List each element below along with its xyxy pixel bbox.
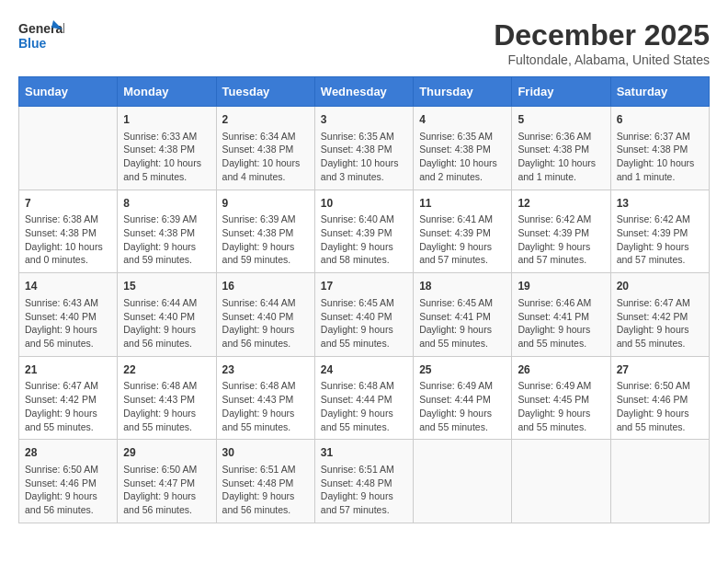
cell-text: Sunset: 4:38 PM <box>123 226 210 240</box>
day-number: 28 <box>25 445 111 461</box>
cell-text: Sunrise: 6:47 AM <box>25 379 111 393</box>
cell-text: Sunset: 4:43 PM <box>222 393 309 407</box>
cell-text: Sunset: 4:44 PM <box>419 393 506 407</box>
calendar-day-header: Monday <box>118 77 216 107</box>
cell-text: and 56 minutes. <box>222 337 309 350</box>
cell-text: Sunset: 4:40 PM <box>321 310 407 324</box>
cell-text: and 59 minutes. <box>123 253 210 267</box>
cell-text: Sunset: 4:46 PM <box>25 477 111 490</box>
cell-text: and 55 minutes. <box>617 337 703 350</box>
day-number: 12 <box>518 196 604 212</box>
calendar-cell: 18Sunrise: 6:45 AMSunset: 4:41 PMDayligh… <box>414 273 512 357</box>
cell-text: Sunset: 4:39 PM <box>321 226 407 240</box>
cell-text: and 5 minutes. <box>123 170 210 184</box>
cell-text: Sunset: 4:40 PM <box>25 310 111 324</box>
calendar-week-row: 1Sunrise: 6:33 AMSunset: 4:38 PMDaylight… <box>19 107 710 190</box>
cell-text: Sunrise: 6:48 AM <box>123 379 210 393</box>
cell-text: and 1 minute. <box>617 170 703 184</box>
cell-text: Sunset: 4:41 PM <box>419 310 506 324</box>
calendar-cell: 10Sunrise: 6:40 AMSunset: 4:39 PMDayligh… <box>314 190 413 273</box>
cell-text: Daylight: 9 hours <box>518 407 604 420</box>
day-number: 5 <box>518 112 604 128</box>
cell-text: Sunset: 4:39 PM <box>419 226 506 240</box>
day-number: 3 <box>321 112 407 128</box>
day-number: 13 <box>617 196 703 212</box>
cell-text: Sunrise: 6:49 AM <box>518 379 604 393</box>
day-number: 21 <box>25 362 111 378</box>
cell-text: and 55 minutes. <box>222 420 309 434</box>
cell-text: and 56 minutes. <box>25 503 111 517</box>
day-number: 19 <box>518 279 604 294</box>
calendar-cell: 19Sunrise: 6:46 AMSunset: 4:41 PMDayligh… <box>512 273 610 357</box>
day-number: 7 <box>25 196 111 212</box>
day-number: 6 <box>617 112 703 128</box>
cell-text: Daylight: 9 hours <box>25 323 111 337</box>
cell-text: Sunrise: 6:44 AM <box>222 296 309 310</box>
cell-text: Daylight: 9 hours <box>123 323 210 337</box>
cell-text: Sunset: 4:43 PM <box>123 393 210 407</box>
cell-text: Daylight: 9 hours <box>123 407 210 420</box>
cell-text: Sunrise: 6:35 AM <box>419 130 506 144</box>
day-number: 30 <box>222 445 309 461</box>
cell-text: Sunrise: 6:39 AM <box>222 213 309 226</box>
cell-text: Daylight: 9 hours <box>419 323 506 337</box>
day-number: 11 <box>419 196 506 212</box>
calendar-cell: 24Sunrise: 6:48 AMSunset: 4:44 PMDayligh… <box>314 356 413 440</box>
day-number: 18 <box>419 279 506 294</box>
cell-text: Daylight: 9 hours <box>25 489 111 503</box>
calendar-cell: 15Sunrise: 6:44 AMSunset: 4:40 PMDayligh… <box>118 273 216 357</box>
cell-text: and 58 minutes. <box>321 253 407 267</box>
cell-text: and 56 minutes. <box>123 337 210 350</box>
cell-text: Sunset: 4:42 PM <box>25 393 111 407</box>
calendar-cell: 1Sunrise: 6:33 AMSunset: 4:38 PMDaylight… <box>118 107 216 190</box>
cell-text: Daylight: 10 hours <box>617 156 703 170</box>
calendar-cell: 8Sunrise: 6:39 AMSunset: 4:38 PMDaylight… <box>118 190 216 273</box>
calendar-cell: 21Sunrise: 6:47 AMSunset: 4:42 PMDayligh… <box>19 356 118 440</box>
cell-text: Daylight: 9 hours <box>25 407 111 420</box>
cell-text: and 56 minutes. <box>222 503 309 517</box>
cell-text: Daylight: 10 hours <box>25 240 111 254</box>
cell-text: and 55 minutes. <box>518 420 604 434</box>
calendar-day-header: Tuesday <box>216 77 314 107</box>
calendar-cell: 22Sunrise: 6:48 AMSunset: 4:43 PMDayligh… <box>118 356 216 440</box>
cell-text: Sunrise: 6:42 AM <box>518 213 604 226</box>
cell-text: Sunrise: 6:51 AM <box>222 463 309 477</box>
calendar-day-header: Thursday <box>414 77 512 107</box>
cell-text: Sunset: 4:45 PM <box>518 393 604 407</box>
calendar-cell: 31Sunrise: 6:51 AMSunset: 4:48 PMDayligh… <box>314 440 413 523</box>
cell-text: and 0 minutes. <box>25 253 111 267</box>
calendar-cell: 25Sunrise: 6:49 AMSunset: 4:44 PMDayligh… <box>414 356 512 440</box>
cell-text: Sunset: 4:39 PM <box>617 226 703 240</box>
calendar-cell: 2Sunrise: 6:34 AMSunset: 4:38 PMDaylight… <box>216 107 314 190</box>
cell-text: Daylight: 9 hours <box>222 489 309 503</box>
calendar-table: SundayMondayTuesdayWednesdayThursdayFrid… <box>18 76 710 523</box>
day-number: 17 <box>321 279 407 294</box>
cell-text: Daylight: 9 hours <box>222 323 309 337</box>
cell-text: Sunrise: 6:50 AM <box>25 463 111 477</box>
day-number: 20 <box>617 279 703 294</box>
calendar-cell: 23Sunrise: 6:48 AMSunset: 4:43 PMDayligh… <box>216 356 314 440</box>
cell-text: Sunrise: 6:47 AM <box>617 296 703 310</box>
day-number: 22 <box>123 362 210 378</box>
cell-text: Daylight: 9 hours <box>222 407 309 420</box>
day-number: 27 <box>617 362 703 378</box>
cell-text: Sunrise: 6:50 AM <box>123 463 210 477</box>
cell-text: Daylight: 10 hours <box>123 156 210 170</box>
calendar-cell: 29Sunrise: 6:50 AMSunset: 4:47 PMDayligh… <box>118 440 216 523</box>
cell-text: Daylight: 10 hours <box>419 156 506 170</box>
cell-text: Sunset: 4:48 PM <box>222 477 309 490</box>
calendar-cell: 20Sunrise: 6:47 AMSunset: 4:42 PMDayligh… <box>610 273 709 357</box>
calendar-cell <box>19 107 118 190</box>
cell-text: and 56 minutes. <box>123 503 210 517</box>
calendar-cell: 30Sunrise: 6:51 AMSunset: 4:48 PMDayligh… <box>216 440 314 523</box>
day-number: 1 <box>123 112 210 128</box>
calendar-cell: 27Sunrise: 6:50 AMSunset: 4:46 PMDayligh… <box>610 356 709 440</box>
calendar-day-header: Sunday <box>19 77 118 107</box>
cell-text: Daylight: 9 hours <box>617 323 703 337</box>
calendar-cell <box>610 440 709 523</box>
cell-text: Sunset: 4:40 PM <box>123 310 210 324</box>
day-number: 9 <box>222 196 309 212</box>
calendar-cell: 3Sunrise: 6:35 AMSunset: 4:38 PMDaylight… <box>314 107 413 190</box>
logo-icon: GeneralBlue <box>18 18 64 53</box>
calendar-cell: 14Sunrise: 6:43 AMSunset: 4:40 PMDayligh… <box>19 273 118 357</box>
